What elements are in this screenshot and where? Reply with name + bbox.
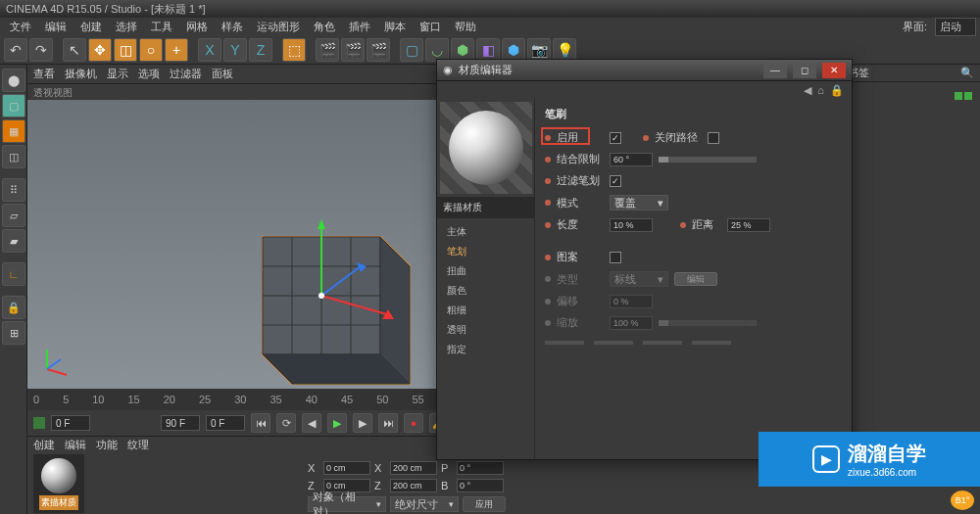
points-mode-icon[interactable]: ⠿ [2, 178, 25, 202]
next-frame-button[interactable]: ▶ [353, 413, 372, 433]
type-edit-button[interactable]: 编辑 [674, 272, 717, 286]
axis-tool[interactable]: + [165, 38, 188, 62]
menu-file[interactable]: 文件 [4, 18, 37, 36]
snap-icon[interactable]: 🔒 [2, 296, 25, 319]
menu-tool[interactable]: 工具 [145, 18, 178, 36]
channel-color[interactable]: 颜色 [437, 281, 534, 301]
mat-tab-create[interactable]: 创建 [33, 438, 55, 452]
filter-stroke-checkbox[interactable] [610, 175, 621, 187]
layout-dropdown[interactable]: 启动 [935, 18, 976, 36]
scale-input[interactable] [610, 316, 653, 330]
scale-tool[interactable]: ◫ [114, 38, 137, 62]
live-select-icon[interactable]: ⬤ [2, 69, 25, 92]
menu-spline[interactable]: 样条 [216, 18, 249, 36]
axis-z-icon[interactable]: Z [249, 38, 272, 62]
play-button[interactable]: ▶ [327, 413, 347, 433]
rot-p-input[interactable] [457, 461, 504, 475]
join-limit-slider[interactable] [659, 157, 757, 163]
redo-button[interactable]: ↷ [29, 38, 53, 62]
size-x-input[interactable] [390, 461, 437, 475]
close-path-checkbox[interactable] [708, 132, 719, 144]
vp-menu-display[interactable]: 显示 [107, 67, 128, 81]
vp-menu-camera[interactable]: 摄像机 [65, 67, 97, 81]
mat-tab-edit[interactable]: 编辑 [65, 438, 86, 452]
nav-back-icon[interactable]: ◀ [804, 84, 811, 97]
nav-up-icon[interactable]: ⌂ [817, 84, 824, 96]
deformer-button[interactable]: ◧ [476, 38, 500, 62]
prev-frame-button[interactable]: ◀ [302, 413, 321, 433]
quantize-icon[interactable]: ⊞ [2, 321, 25, 345]
model-mode-icon[interactable]: ▢ [2, 94, 25, 117]
edges-mode-icon[interactable]: ▱ [2, 204, 25, 227]
menu-select[interactable]: 选择 [110, 18, 143, 36]
undo-button[interactable]: ↶ [4, 38, 27, 62]
vp-menu-panel[interactable]: 面板 [212, 67, 233, 81]
minimize-button[interactable]: — [763, 63, 787, 78]
material-preview[interactable] [440, 102, 532, 194]
light-button[interactable]: 💡 [553, 38, 576, 62]
maximize-button[interactable]: ◻ [793, 63, 816, 78]
channel-assign[interactable]: 指定 [437, 340, 534, 359]
mat-tab-texture[interactable]: 纹理 [127, 438, 149, 452]
axis-icon[interactable]: ∟ [2, 262, 25, 286]
render-settings-button[interactable]: 🎬 [367, 38, 390, 62]
rotate-tool[interactable]: ○ [139, 38, 163, 62]
vp-menu-view[interactable]: 查看 [33, 67, 55, 81]
scale-slider[interactable] [659, 320, 757, 326]
vp-menu-filter[interactable]: 过滤器 [170, 67, 202, 81]
menu-script[interactable]: 脚本 [378, 18, 412, 36]
texture-mode-icon[interactable]: ▦ [2, 119, 25, 143]
select-tool[interactable]: ↖ [63, 38, 86, 62]
channel-main[interactable]: 主体 [437, 222, 534, 242]
material-name-field[interactable]: 素描材质 [437, 197, 534, 218]
dialog-titlebar[interactable]: ◉ 材质编辑器 — ◻ ✕ [437, 60, 852, 81]
goto-end-button[interactable]: ⏭ [378, 413, 398, 433]
menu-edit[interactable]: 编辑 [39, 18, 73, 36]
menu-create[interactable]: 创建 [74, 18, 108, 36]
coord-mode2-dropdown[interactable]: 绝对尺寸▾ [390, 496, 459, 512]
coord-apply-button[interactable]: 应用 [463, 496, 506, 512]
visibility-render-icon[interactable] [964, 92, 972, 100]
join-limit-input[interactable] [610, 153, 653, 166]
end-frame-input[interactable] [161, 415, 200, 431]
mode-dropdown[interactable]: 覆盖▾ [610, 195, 668, 210]
visibility-editor-icon[interactable] [955, 92, 962, 100]
channel-distortion[interactable]: 扭曲 [437, 261, 534, 281]
coord-mode1-dropdown[interactable]: 对象（相对）▾ [308, 496, 386, 512]
goto-start-button[interactable]: ⏮ [251, 413, 270, 433]
type-dropdown[interactable]: 标线▾ [610, 271, 668, 287]
polys-mode-icon[interactable]: ▰ [2, 229, 25, 253]
enable-checkbox[interactable] [610, 132, 621, 144]
distance-input[interactable] [727, 218, 770, 232]
start-frame-input[interactable] [51, 415, 90, 431]
channel-alpha[interactable]: 透明 [437, 320, 534, 340]
menu-plugin[interactable]: 插件 [343, 18, 376, 36]
vp-menu-options[interactable]: 选项 [138, 67, 160, 81]
render-button[interactable]: 🎬 [316, 38, 339, 62]
axis-x-icon[interactable]: X [198, 38, 221, 62]
material-swatch[interactable]: 素描材质 [33, 454, 84, 513]
loop-button[interactable]: ⟳ [276, 413, 296, 433]
channel-stroke[interactable]: 笔划 [437, 242, 534, 261]
nav-lock-icon[interactable]: 🔒 [830, 84, 844, 97]
menu-mograph[interactable]: 运动图形 [251, 18, 306, 36]
move-tool[interactable]: ✥ [88, 38, 112, 62]
current-frame-input[interactable] [206, 415, 245, 431]
menu-window[interactable]: 窗口 [414, 18, 447, 36]
spline-button[interactable]: ◡ [425, 38, 449, 62]
mat-tab-function[interactable]: 功能 [96, 438, 118, 452]
menu-character[interactable]: 角色 [308, 18, 341, 36]
rot-b-input[interactable] [457, 479, 504, 492]
render-region-button[interactable]: 🎬 [341, 38, 365, 62]
pos-x-input[interactable] [323, 461, 370, 475]
length-input[interactable] [610, 218, 653, 232]
pattern-checkbox[interactable] [610, 252, 621, 263]
environment-button[interactable]: ⬢ [502, 38, 525, 62]
search-icon[interactable]: 🔍 [960, 67, 974, 79]
range-start-icon[interactable] [33, 417, 45, 429]
generator-button[interactable]: ⬢ [451, 38, 474, 62]
cube-object[interactable] [223, 198, 419, 394]
record-button[interactable]: ● [404, 413, 423, 433]
primitive-button[interactable]: ▢ [400, 38, 423, 62]
close-button[interactable]: ✕ [822, 63, 846, 78]
